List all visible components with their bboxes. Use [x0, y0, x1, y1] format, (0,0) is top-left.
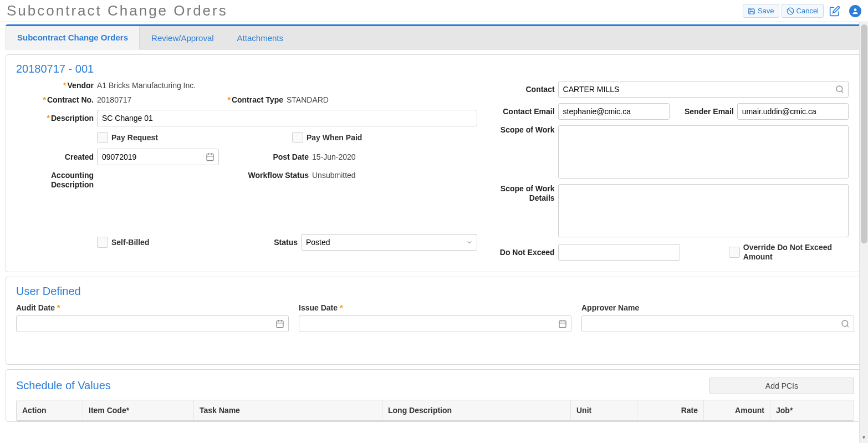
post-date-value: 15-Jun-2020 — [312, 152, 356, 161]
page-title: Subcontract Change Orders — [7, 2, 228, 19]
pay-when-paid-label: Pay When Paid — [307, 133, 362, 142]
edit-icon[interactable] — [826, 3, 844, 19]
save-icon — [748, 7, 755, 15]
description-input[interactable] — [97, 110, 477, 126]
tab-review-approval[interactable]: Review/Approval — [140, 26, 226, 50]
self-billed-checkbox[interactable] — [97, 237, 108, 248]
contract-type-value: STANDARD — [287, 95, 329, 104]
issue-date-input[interactable] — [299, 315, 571, 332]
scroll-down-icon[interactable]: ▾ — [860, 434, 868, 443]
sov-header-row: Action Item Code* Task Name Long Descrip… — [17, 400, 854, 421]
status-select[interactable]: Posted — [301, 234, 477, 251]
scope-details-label: Scope of Work Details — [488, 184, 555, 203]
svg-point-2 — [854, 8, 857, 11]
workflow-status-value: Unsubmitted — [312, 171, 356, 180]
approver-name-input[interactable] — [581, 315, 854, 332]
row-acct-workflow: Accounting Description Workflow Status U… — [16, 171, 477, 190]
content-scroll[interactable]: Subcontract Change Orders Review/Approva… — [0, 22, 868, 443]
post-date-label: Post Date — [222, 152, 309, 161]
row-vendor: Vendor A1 Bricks Manufacturing Inc. — [16, 81, 477, 90]
audit-date-input[interactable] — [16, 315, 289, 332]
col-long-desc[interactable]: Long Description — [382, 400, 571, 420]
pay-request-label: Pay Request — [111, 133, 289, 142]
user-avatar-icon[interactable] — [849, 5, 861, 17]
sov-panel: Schedule of Values Add PCIs Action Item … — [6, 369, 865, 422]
do-not-exceed-input[interactable] — [558, 244, 680, 261]
col-unit[interactable]: Unit — [571, 400, 637, 420]
tab-bar: Subcontract Change Orders Review/Approva… — [6, 24, 865, 50]
scope-of-work-label: Scope of Work — [488, 125, 555, 134]
row-description: Description — [16, 110, 477, 126]
sov-title: Schedule of Values — [16, 379, 111, 392]
header-actions: Save Cancel — [743, 3, 861, 19]
row-contact: Contact — [488, 81, 849, 98]
cancel-button[interactable]: Cancel — [782, 4, 824, 18]
col-rate[interactable]: Rate — [637, 400, 704, 420]
col-task-name[interactable]: Task Name — [194, 400, 382, 420]
cancel-label: Cancel — [796, 7, 819, 15]
vendor-label: Vendor — [16, 81, 94, 90]
app-header: Subcontract Change Orders Save Cancel — [0, 0, 868, 22]
sov-table: Action Item Code* Task Name Long Descrip… — [16, 400, 854, 421]
tab-subcontract-change-orders[interactable]: Subcontract Change Orders — [6, 26, 140, 50]
contract-no-value: 20180717 — [97, 95, 208, 104]
do-not-exceed-label: Do Not Exceed — [488, 248, 555, 257]
col-action[interactable]: Action — [17, 400, 83, 420]
issue-date-label: Issue Date — [299, 303, 571, 312]
row-selfbilled-status: Self-Billed Status Posted — [16, 234, 477, 251]
cancel-icon — [787, 7, 794, 15]
user-defined-panel: User Defined Audit Date Issue Date — [6, 277, 865, 365]
contract-type-label: Contract Type — [211, 95, 283, 104]
row-created-postdate: Created Post Date 15-Jun-2020 — [16, 149, 477, 165]
record-title: 20180717 - 001 — [16, 63, 854, 75]
record-panel: 20180717 - 001 Vendor A1 Bricks Manufact… — [6, 54, 865, 272]
sender-email-input[interactable] — [737, 103, 849, 120]
status-label: Status — [259, 238, 298, 247]
sender-email-label: Sender Email — [673, 107, 734, 116]
row-scope: Scope of Work — [488, 125, 849, 179]
contact-email-input[interactable] — [558, 103, 670, 120]
self-billed-label: Self-Billed — [111, 238, 256, 247]
pay-when-paid-checkbox[interactable] — [292, 132, 303, 143]
pay-request-checkbox[interactable] — [97, 132, 108, 143]
scope-of-work-input[interactable] — [558, 125, 849, 179]
col-item-code[interactable]: Item Code* — [83, 400, 194, 420]
tab-attachments[interactable]: Attachments — [226, 26, 295, 50]
accounting-desc-label: Accounting Description — [16, 171, 94, 190]
approver-name-label: Approver Name — [581, 303, 854, 312]
user-defined-title: User Defined — [16, 285, 854, 298]
created-label: Created — [16, 152, 94, 161]
audit-date-label: Audit Date — [16, 303, 289, 312]
contact-email-label: Contact Email — [488, 107, 555, 116]
vendor-value: A1 Bricks Manufacturing Inc. — [97, 81, 196, 90]
svg-line-1 — [788, 8, 792, 13]
col-job[interactable]: Job* — [770, 400, 854, 420]
contact-label: Contact — [488, 85, 555, 94]
description-label: Description — [16, 114, 94, 123]
scope-details-input[interactable] — [558, 184, 849, 237]
workflow-status-label: Workflow Status — [222, 171, 309, 180]
override-dne-checkbox[interactable] — [729, 247, 740, 258]
row-scope-details: Scope of Work Details — [488, 184, 849, 237]
override-dne-label: Override Do Not Exceed Amount — [743, 243, 849, 262]
row-emails: Contact Email Sender Email — [488, 103, 849, 120]
col-amount[interactable]: Amount — [704, 400, 770, 420]
scrollbar-thumb[interactable] — [861, 24, 867, 243]
save-label: Save — [758, 7, 774, 15]
created-input[interactable] — [97, 149, 219, 165]
row-contract: Contract No. 20180717 Contract Type STAN… — [16, 95, 477, 104]
row-do-not-exceed: Do Not Exceed Override Do Not Exceed Amo… — [488, 243, 849, 262]
save-button[interactable]: Save — [743, 4, 779, 18]
contract-no-label: Contract No. — [16, 95, 94, 104]
vertical-scrollbar[interactable]: ▾ — [859, 22, 868, 443]
add-pcis-button[interactable]: Add PCIs — [709, 378, 854, 394]
row-pay-flags: Pay Request Pay When Paid — [16, 132, 477, 143]
contact-input[interactable] — [558, 81, 849, 98]
